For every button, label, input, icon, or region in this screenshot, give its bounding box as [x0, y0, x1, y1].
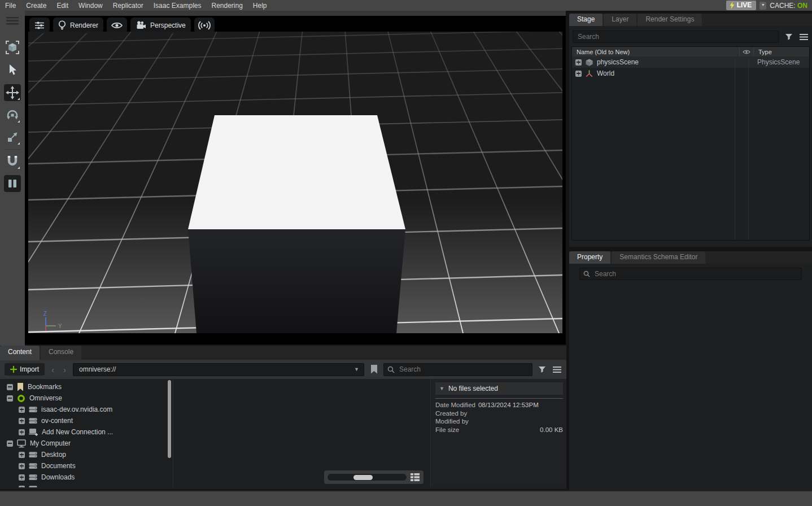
snap-magnet-tool-icon[interactable] [4, 153, 21, 170]
stage-options-menu-icon[interactable] [798, 32, 809, 42]
move-tool-icon[interactable] [4, 84, 21, 101]
cursor-select-tool-icon[interactable] [4, 62, 21, 78]
drive-icon [29, 485, 37, 487]
stage-row-physics-scene[interactable]: physicsScene PhysicsScene [572, 56, 809, 68]
expand-toggle-icon[interactable] [575, 59, 582, 66]
visibility-eye-button[interactable] [107, 18, 127, 33]
tree-item-isaac-dev[interactable]: isaac-dev.ov.nvidia.com [0, 404, 173, 415]
column-type-header: Type [753, 47, 809, 56]
back-button[interactable]: ‹ [49, 365, 56, 374]
menu-create[interactable]: Create [21, 2, 51, 10]
live-sync-button[interactable]: LIVE [726, 1, 757, 10]
menu-isaac-examples[interactable]: Isaac Examples [149, 2, 207, 10]
tree-item-bookmarks[interactable]: Bookmarks [0, 381, 173, 392]
tab-console[interactable]: Console [41, 346, 81, 360]
property-search-input[interactable] [593, 269, 798, 278]
detail-file-size: File size 0.00 KB [435, 426, 563, 434]
collapse-toggle-icon[interactable] [7, 384, 13, 390]
collapse-toggle-icon[interactable] [7, 440, 13, 447]
visibility-column-eye-icon[interactable] [739, 47, 753, 56]
sliders-icon [34, 20, 45, 30]
live-dropdown-button[interactable]: ▾ [759, 2, 766, 10]
thumbnail-size-slider[interactable] [328, 474, 407, 481]
menu-replicator[interactable]: Replicator [108, 2, 149, 10]
tree-item-ov-content[interactable]: ov-content [0, 415, 173, 426]
tab-layer[interactable]: Layer [604, 14, 636, 26]
details-header[interactable]: ▼ No files selected [435, 382, 563, 395]
eye-icon [111, 21, 123, 29]
menu-help[interactable]: Help [248, 2, 272, 10]
tab-content[interactable]: Content [0, 346, 40, 360]
toolbar-divider [4, 149, 21, 150]
search-icon [387, 366, 395, 373]
content-filter-icon[interactable] [537, 364, 547, 374]
expand-toggle-icon[interactable] [19, 463, 25, 469]
property-search-field[interactable] [579, 268, 802, 280]
menu-rendering[interactable]: Rendering [206, 2, 247, 10]
tab-semantics-schema-editor[interactable]: Semantics Schema Editor [612, 251, 705, 264]
stage-filter-icon[interactable] [784, 32, 794, 42]
tree-item-downloads[interactable]: Downloads [0, 472, 173, 483]
stage-tabstrip: Stage Layer Render Settings [569, 14, 812, 26]
scale-tool-icon[interactable] [4, 129, 21, 146]
toolbar-menu-icon[interactable] [4, 12, 21, 29]
stage-search-input[interactable] [577, 32, 775, 41]
pause-button-icon[interactable] [4, 175, 21, 192]
path-input[interactable] [78, 365, 351, 374]
stage-tree-header[interactable]: Name (Old to New) Type [572, 47, 809, 56]
thumbnail-size-control [324, 470, 424, 484]
expand-toggle-icon[interactable] [19, 452, 25, 458]
broadcast-button[interactable] [194, 18, 215, 33]
stage-search-field[interactable] [573, 30, 779, 43]
expand-toggle-icon[interactable] [19, 429, 25, 435]
cube-icon [585, 58, 593, 67]
stage-row-world[interactable]: World [572, 68, 809, 79]
menu-edit[interactable]: Edit [51, 2, 73, 10]
forward-button[interactable]: › [61, 365, 68, 374]
select-prim-tool-icon[interactable] [4, 39, 21, 56]
menu-window[interactable]: Window [73, 2, 108, 10]
rotate-tool-icon[interactable] [4, 107, 21, 124]
expand-toggle-icon[interactable] [19, 407, 25, 413]
tree-item-documents[interactable]: Documents [0, 460, 173, 472]
path-dropdown-icon[interactable]: ▼ [354, 367, 359, 372]
path-bar[interactable]: ▼ [73, 363, 364, 376]
menu-file[interactable]: File [0, 2, 21, 10]
drive-icon [29, 462, 37, 470]
camera-selector-button[interactable]: Perspective [130, 18, 191, 33]
content-search-input[interactable] [398, 365, 529, 374]
tab-render-settings[interactable]: Render Settings [638, 14, 702, 26]
collapse-caret-icon[interactable]: ▼ [439, 386, 444, 391]
add-connection-icon [29, 428, 38, 436]
tab-stage[interactable]: Stage [569, 14, 603, 26]
expand-toggle-icon[interactable] [19, 418, 25, 424]
tree-item-add-new-connection[interactable]: Add New Connection ... [0, 426, 173, 438]
status-bar [0, 490, 812, 506]
tab-property[interactable]: Property [569, 251, 610, 264]
tree-item-my-computer[interactable]: My Computer [0, 438, 173, 449]
bookmark-path-icon[interactable] [369, 364, 379, 374]
grid-list-view-toggle-icon[interactable] [410, 472, 420, 482]
axis-y-label: Y [58, 323, 62, 329]
tree-item-partial[interactable] [0, 483, 173, 487]
tree-item-omniverse[interactable]: Omniverse [0, 392, 173, 404]
viewport-top-strip [25, 11, 566, 16]
file-grid-area[interactable] [173, 379, 431, 487]
drive-icon [29, 417, 37, 425]
viewport-settings-button[interactable] [29, 18, 50, 33]
tree-scrollbar[interactable] [168, 380, 171, 458]
renderer-label: Renderer [70, 21, 98, 29]
camera-label: Perspective [150, 21, 186, 29]
expand-toggle-icon[interactable] [575, 71, 582, 77]
viewport-3d[interactable]: Z Y X [25, 16, 566, 344]
cube-prim[interactable] [188, 115, 405, 333]
expand-toggle-icon[interactable] [19, 474, 25, 481]
expand-toggle-icon[interactable] [19, 486, 25, 488]
slider-handle[interactable] [353, 475, 373, 480]
collapse-toggle-icon[interactable] [7, 395, 13, 402]
import-button[interactable]: Import [5, 363, 45, 376]
content-search-field[interactable] [383, 363, 532, 376]
content-options-menu-icon[interactable] [552, 364, 562, 374]
renderer-selector-button[interactable]: Renderer [53, 18, 103, 33]
tree-item-desktop[interactable]: Desktop [0, 449, 173, 460]
